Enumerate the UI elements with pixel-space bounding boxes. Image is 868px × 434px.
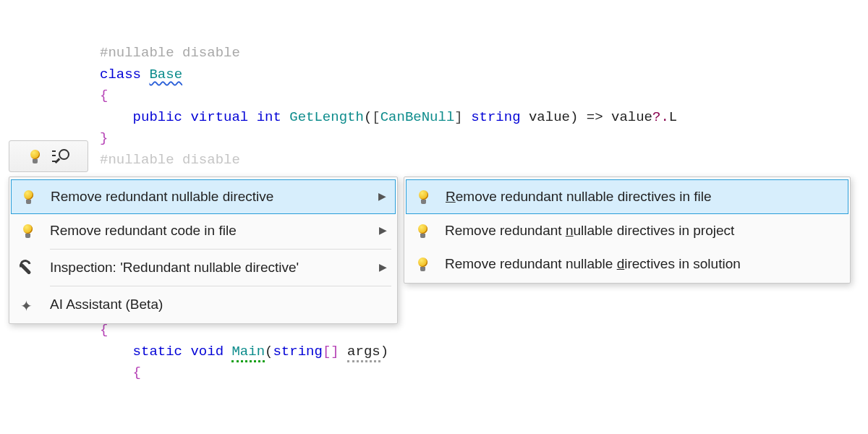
submenu-item-label: Remove redundant nullable directives in … xyxy=(445,253,840,274)
lightbulb-icon xyxy=(416,224,430,238)
brace-open: { xyxy=(100,322,108,338)
param-args: args xyxy=(347,344,380,362)
submenu-item-label: Remove redundant nullable directives in … xyxy=(445,220,840,241)
brace-open: { xyxy=(133,365,141,380)
submenu-item-remove-in-project[interactable]: Remove redundant nullable directives in … xyxy=(404,214,850,247)
brace-open: { xyxy=(100,88,108,103)
keyword-int: int xyxy=(257,109,290,125)
sparkle-icon xyxy=(20,297,35,312)
menu-divider xyxy=(50,249,391,250)
keyword-string: string xyxy=(471,109,529,125)
submenu-item-remove-in-solution[interactable]: Remove redundant nullable directives in … xyxy=(404,247,850,281)
quick-actions-submenu: Remove redundant nullable directives in … xyxy=(404,176,851,284)
nullable-directive: #nullable disable xyxy=(100,45,240,61)
quick-actions-menu: Remove redundant nullable directive ▶ Re… xyxy=(9,176,398,324)
menu-item-inspection[interactable]: Inspection: 'Redundant nullable directiv… xyxy=(9,251,397,284)
submenu-item-label: Remove redundant nullable directives in … xyxy=(446,186,839,207)
keyword-virtual: virtual xyxy=(190,109,256,125)
brace-close: } xyxy=(100,130,108,146)
keyword-static: static xyxy=(133,344,191,359)
submenu-arrow-icon: ▶ xyxy=(378,189,386,205)
menu-item-label: Remove redundant nullable directive xyxy=(51,186,373,207)
menu-item-label: AI Assistant (Beta) xyxy=(50,294,387,315)
attribute-canbenull: CanBeNull xyxy=(380,109,455,125)
keyword-public: public xyxy=(133,109,191,125)
submenu-arrow-icon: ▶ xyxy=(379,223,387,239)
keyword-class: class xyxy=(100,67,149,82)
lightbulb-icon xyxy=(416,258,430,271)
type-name-base: Base xyxy=(149,67,182,82)
menu-item-remove-redundant-directive[interactable]: Remove redundant nullable directive ▶ xyxy=(11,179,396,214)
lightbulb-icon xyxy=(22,190,35,204)
menu-divider xyxy=(50,286,391,286)
redundant-nullable-directive: #nullable disable xyxy=(100,152,240,168)
method-name: GetLength xyxy=(289,109,364,125)
menu-item-label: Inspection: 'Redundant nullable directiv… xyxy=(50,257,373,278)
keyword-void: void xyxy=(190,344,231,359)
lightbulb-icon xyxy=(21,224,35,238)
lightbulb-gutter[interactable] xyxy=(9,140,88,172)
menu-item-label: Remove redundant code in file xyxy=(50,220,373,241)
menu-item-ai-assistant[interactable]: AI Assistant (Beta) xyxy=(9,288,397,321)
method-main: Main xyxy=(231,344,265,362)
param-value: value xyxy=(529,109,570,125)
submenu-item-remove-in-file[interactable]: Remove redundant nullable directives in … xyxy=(406,179,848,214)
lightbulb-icon xyxy=(417,190,430,204)
submenu-arrow-icon: ▶ xyxy=(379,260,387,276)
menu-item-remove-redundant-code[interactable]: Remove redundant code in file ▶ xyxy=(9,214,397,247)
find-icon xyxy=(55,149,69,163)
lightbulb-icon xyxy=(28,150,42,163)
wrench-icon xyxy=(20,260,35,275)
